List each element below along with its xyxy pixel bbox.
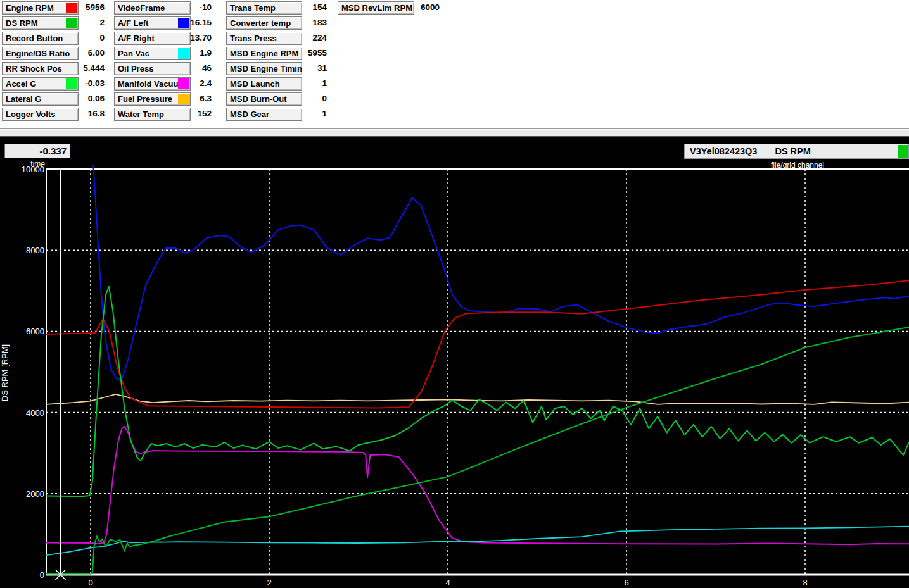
svg-text:6: 6 — [624, 578, 628, 587]
svg-text:2: 2 — [267, 578, 271, 587]
x-axis-ticks: 02468 — [88, 578, 807, 587]
channel-value-msd-burn-out: 0 — [270, 92, 327, 106]
y-axis-title: DS RPM [RPM] — [0, 344, 10, 401]
graph-canvas[interactable]: 020004000600080001000002468timeDS RPM [R… — [0, 137, 909, 588]
channel-label: A/F Right — [118, 34, 155, 43]
channel-value-record-button: 0 — [48, 32, 105, 45]
channel-value-msd-revlim-rpm: 6000 — [383, 1, 440, 15]
channel-value-msd-engine-timing: 31 — [270, 62, 327, 75]
channel-panel: Engine RPM5956DS RPM2Record Button0Engin… — [0, 0, 909, 128]
channel-value-accel-g: -0.03 — [48, 77, 105, 91]
svg-text:4: 4 — [445, 578, 450, 587]
graph-panel: 020004000600080001000002468timeDS RPM [R… — [0, 137, 909, 588]
channel-label: Engine RPM — [6, 3, 54, 13]
active-channel-name: DS RPM — [775, 146, 810, 156]
run-file-name: V3Yel082423Q3 — [690, 146, 757, 156]
channel-value-converter-temp: 183 — [270, 16, 327, 30]
svg-text:0: 0 — [40, 570, 44, 580]
x-axis-title: time — [30, 160, 45, 168]
channel-value-logger-volts: 16.8 — [48, 108, 105, 121]
channel-label: Oil Press — [118, 64, 153, 73]
channel-value-trans-temp: 154 — [270, 1, 327, 15]
channel-value-water-temp: 152 — [155, 108, 212, 121]
channel-value-engine-ds-ratio: 6.00 — [48, 47, 105, 60]
cursor-time-readout: -0.337 — [4, 144, 70, 158]
y-axis-ticks: 0200040006000800010000 — [22, 165, 44, 580]
channel-value-msd-gear: 1 — [270, 108, 327, 121]
channel-value-engine-rpm: 5956 — [48, 1, 105, 15]
channel-value-manifold-vacuum: 2.4 — [155, 77, 212, 91]
channel-label: A/F Left — [118, 18, 148, 28]
channel-value-rr-shock-pos: 5.444 — [48, 62, 105, 75]
channel-value-videoframe: -10 — [155, 1, 212, 15]
channel-label: Trans Temp — [230, 3, 276, 13]
datalogger-app-window: Engine RPM5956DS RPM2Record Button0Engin… — [0, 0, 909, 588]
channel-value-lateral-g: 0.06 — [48, 92, 105, 106]
window-splitter[interactable] — [0, 128, 909, 137]
channel-label: Accel G — [6, 79, 36, 89]
svg-text:2000: 2000 — [26, 489, 44, 499]
svg-text:0: 0 — [88, 578, 92, 587]
channel-value-msd-engine-rpm: 5955 — [270, 47, 327, 60]
trace-pan-vac — [46, 527, 909, 556]
svg-text:8000: 8000 — [26, 246, 44, 255]
channel-label: MSD Gear — [230, 109, 269, 119]
file-grid-channel-selector[interactable]: V3Yel082423Q3DS RPM — [684, 144, 909, 159]
svg-text:6000: 6000 — [26, 327, 44, 336]
trace-engine-rpm — [46, 280, 909, 408]
channel-value-msd-launch: 1 — [270, 77, 327, 91]
grid-lines — [46, 169, 909, 575]
channel-value-trans-press: 224 — [270, 32, 327, 45]
trace-a-f-left — [92, 145, 909, 380]
channel-label: Lateral G — [6, 94, 41, 104]
channel-value-ds-rpm: 2 — [48, 16, 105, 30]
channel-value-a-f-right: 13.70 — [155, 32, 212, 45]
channel-value-fuel-pressure: 6.3 — [155, 92, 212, 106]
svg-text:8: 8 — [803, 578, 807, 587]
trace-manifold-vacuum — [46, 427, 909, 544]
active-channel-swatch — [898, 145, 908, 158]
channel-label: DS RPM — [6, 18, 38, 28]
channel-value-oil-press: 46 — [155, 62, 212, 75]
channel-value-a-f-left: 16.15 — [155, 16, 212, 30]
file-grid-channel-caption: file/grid channel — [771, 161, 824, 170]
svg-text:4000: 4000 — [26, 408, 44, 418]
trace-fuel-pressure — [46, 394, 909, 404]
channel-label: Pan Vac — [118, 49, 149, 58]
channel-value-pan-vac: 1.9 — [155, 47, 212, 60]
